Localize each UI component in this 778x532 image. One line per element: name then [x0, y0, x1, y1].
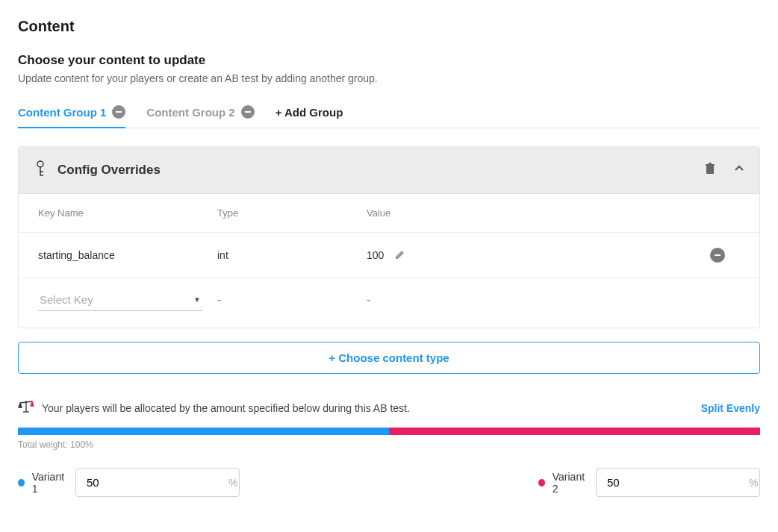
section-description: Update content for your players or creat…	[18, 72, 760, 84]
value-placeholder: -	[367, 293, 370, 307]
override-key: starting_balance	[38, 249, 217, 261]
panel-title: Config Overrides	[57, 163, 161, 178]
type-placeholder: -	[217, 293, 367, 307]
choose-content-type-button[interactable]: + Choose content type	[18, 342, 760, 374]
col-header-key: Key Name	[38, 207, 217, 219]
override-row: starting_balance int 100	[19, 233, 759, 278]
pencil-icon[interactable]	[394, 248, 406, 263]
variant-2-input-wrap: %	[596, 468, 760, 497]
variant-1-color-dot	[18, 479, 25, 486]
select-key-placeholder: Select Key	[40, 293, 93, 306]
col-header-value: Value	[367, 207, 710, 219]
chevron-up-icon[interactable]	[734, 163, 744, 177]
key-icon	[34, 160, 47, 180]
trash-icon[interactable]	[704, 163, 716, 178]
allocation-bar-variant-1	[18, 428, 389, 435]
split-evenly-button[interactable]: Split Evenly	[701, 402, 760, 414]
variant-1-input-wrap: %	[75, 468, 240, 497]
config-overrides-panel: Config Overrides Key Name Type Value sta…	[18, 146, 760, 328]
tab-content-group-2[interactable]: Content Group 2	[146, 99, 254, 128]
content-group-tabs: Content Group 1 Content Group 2 + Add Gr…	[18, 99, 760, 128]
allocation-section: Your players will be allocated by the am…	[18, 399, 760, 497]
panel-header: Config Overrides	[19, 147, 759, 194]
tab-label: Content Group 1	[18, 106, 106, 119]
svg-rect-8	[709, 163, 712, 164]
remove-row-icon[interactable]	[710, 248, 725, 263]
override-add-row: Select Key ▼ - -	[19, 278, 759, 328]
scale-icon	[18, 399, 34, 417]
percent-symbol: %	[749, 477, 758, 489]
tab-label: Content Group 2	[146, 106, 234, 119]
remove-group-icon[interactable]	[112, 105, 125, 119]
variant-2: Variant 2 %	[538, 468, 760, 497]
remove-group-icon[interactable]	[241, 105, 255, 119]
variant-1-label: Variant 1	[32, 471, 68, 495]
add-group-button[interactable]: + Add Group	[276, 100, 343, 128]
variants-row: Variant 1 % Variant 2 %	[18, 468, 760, 497]
section-title: Choose your content to update	[18, 53, 760, 68]
variant-2-label: Variant 2	[553, 471, 588, 495]
svg-rect-0	[116, 111, 122, 113]
variant-2-input[interactable]	[607, 476, 749, 489]
variant-1: Variant 1 %	[18, 468, 240, 497]
override-value: 100	[367, 249, 384, 261]
overrides-table-header: Key Name Type Value	[19, 194, 759, 233]
chevron-down-icon: ▼	[193, 295, 201, 304]
variant-2-color-dot	[538, 479, 545, 486]
svg-rect-9	[715, 254, 721, 256]
total-weight-label: Total weight: 100%	[18, 439, 760, 450]
percent-symbol: %	[228, 477, 237, 489]
page-title: Content	[18, 18, 760, 35]
allocation-bar	[18, 428, 760, 435]
allocation-text: Your players will be allocated by the am…	[42, 402, 694, 414]
select-key-dropdown[interactable]: Select Key ▼	[38, 289, 202, 311]
tab-content-group-1[interactable]: Content Group 1	[18, 99, 125, 128]
svg-rect-1	[245, 111, 251, 113]
allocation-bar-variant-2	[389, 428, 760, 435]
override-type: int	[217, 249, 367, 261]
svg-point-2	[37, 161, 43, 167]
variant-1-input[interactable]	[87, 476, 228, 489]
col-header-type: Type	[217, 207, 367, 219]
svg-rect-6	[706, 166, 714, 174]
svg-rect-7	[706, 164, 715, 166]
